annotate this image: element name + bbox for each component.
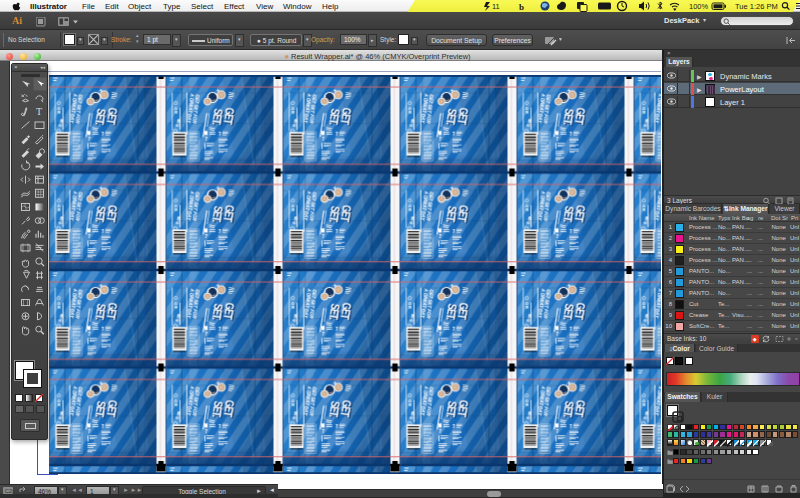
svg-text:T: T	[36, 106, 42, 117]
svg-text:Tue 1:26 PM: Tue 1:26 PM	[735, 2, 778, 11]
svg-text:100%: 100%	[689, 2, 709, 11]
svg-text:b: b	[519, 2, 524, 12]
svg-text:11: 11	[492, 2, 500, 11]
